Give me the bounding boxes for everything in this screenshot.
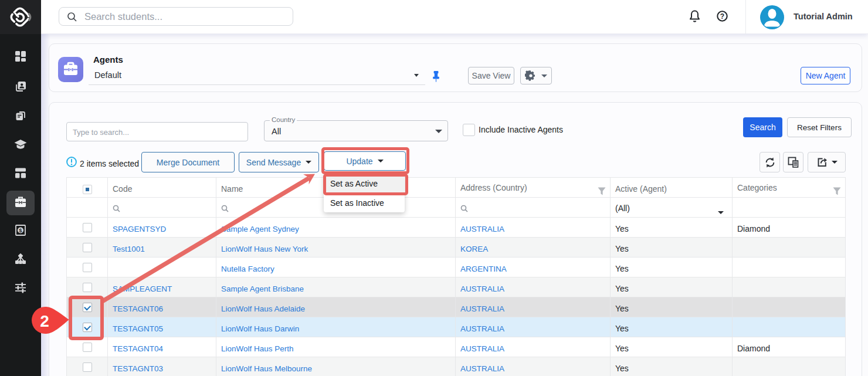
svg-text:2: 2	[40, 312, 49, 330]
svg-text:?: ?	[720, 12, 724, 21]
svg-text:$: $	[19, 227, 22, 233]
